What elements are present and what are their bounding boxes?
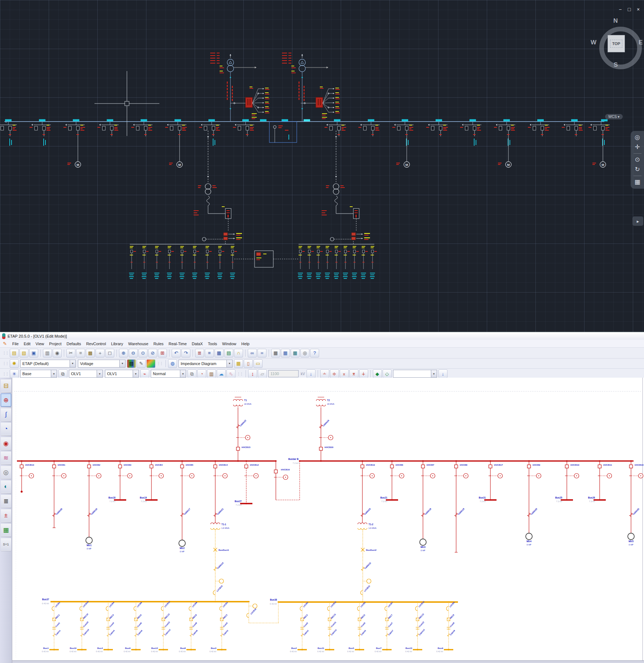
- nav-wheel-icon[interactable]: ◎: [635, 134, 640, 141]
- grid-icon[interactable]: ▦: [215, 349, 224, 357]
- viewcube-east[interactable]: E: [639, 39, 643, 46]
- list-icon[interactable]: ＝: [257, 349, 266, 357]
- transformer-tap-icon[interactable]: ↨: [248, 369, 257, 378]
- span2-icon[interactable]: ⌆: [349, 369, 358, 378]
- gauge-icon[interactable]: ◐: [1, 480, 11, 493]
- restore-icon[interactable]: □: [626, 6, 632, 12]
- protection-curve-icon[interactable]: ∫: [1, 408, 11, 421]
- cursor-icon[interactable]: ⬁: [226, 369, 235, 378]
- comment-icon[interactable]: ▭: [253, 359, 263, 368]
- zoom-icon[interactable]: ⊙: [635, 156, 640, 163]
- empty-combo[interactable]: ▼: [393, 370, 437, 378]
- viewcube-south[interactable]: S: [614, 61, 618, 69]
- project-combo[interactable]: ETAP (Default)▼: [20, 360, 76, 368]
- close-icon[interactable]: ×: [635, 6, 641, 12]
- menu-window[interactable]: Window: [220, 342, 239, 346]
- menu-rules[interactable]: Rules: [151, 342, 166, 346]
- zoom-out-icon[interactable]: ⊖: [129, 349, 138, 357]
- phasor-icon[interactable]: ◔: [1, 422, 11, 435]
- control-circuit-icon[interactable]: ≣: [1, 495, 11, 508]
- menu-view[interactable]: View: [33, 342, 47, 346]
- export-green-icon[interactable]: ◆: [373, 369, 382, 378]
- dc-elements-icon[interactable]: ±: [1, 509, 11, 522]
- arrow-down-icon[interactable]: ↓: [306, 369, 316, 378]
- output-report-icon[interactable]: ≣: [195, 349, 204, 357]
- datablock-icon[interactable]: ▦: [234, 359, 243, 368]
- oneline-canvas[interactable]: Busbar B7.2 kVT116 MVACable22HVCB15T216 …: [0, 378, 644, 660]
- revision-combo[interactable]: Base▼: [20, 370, 57, 378]
- report-icon[interactable]: ▯: [244, 359, 253, 368]
- zoom-previous-icon[interactable]: ⊘: [148, 349, 157, 357]
- ac-elements-icon[interactable]: ⊕: [1, 394, 11, 407]
- calculator1-icon[interactable]: ▦: [271, 349, 280, 357]
- schedule-icon[interactable]: ▤: [224, 349, 233, 357]
- menu-file[interactable]: File: [10, 342, 21, 346]
- presentation-icon[interactable]: ⧉: [58, 369, 67, 378]
- node-icon[interactable]: ∔: [359, 369, 368, 378]
- paste-icon[interactable]: ▩: [86, 349, 95, 357]
- palette-icon[interactable]: ▤: [127, 359, 136, 368]
- menu-tools[interactable]: Tools: [205, 342, 220, 346]
- menu-edit[interactable]: Edit: [21, 342, 33, 346]
- sync-side-icon[interactable]: ≑: [330, 369, 339, 378]
- print-preview-icon[interactable]: ◉: [53, 349, 62, 357]
- orbit-icon[interactable]: ↻: [635, 166, 640, 173]
- report-manager-icon[interactable]: ≡: [205, 349, 214, 357]
- menu-warehouse[interactable]: Warehouse: [126, 342, 151, 346]
- edit-tree-icon[interactable]: ⊟: [1, 379, 11, 392]
- open-icon[interactable]: ▧: [19, 349, 28, 357]
- viewcube-top-button[interactable]: TOP: [608, 35, 625, 52]
- pan-hand-icon[interactable]: ＋: [96, 349, 105, 357]
- cad-drawing[interactable]: MMMMM: [0, 0, 644, 332]
- copy-presentation-icon[interactable]: ⧉: [188, 369, 197, 378]
- viewcube-north[interactable]: N: [613, 17, 618, 25]
- edit-pencil-icon[interactable]: ✎: [137, 359, 146, 368]
- zoom-extents-icon[interactable]: ⊞: [158, 349, 167, 357]
- zoom-window-icon[interactable]: ⊙: [138, 349, 147, 357]
- project-star-icon[interactable]: ✺: [10, 359, 19, 368]
- cloud-icon[interactable]: ☁: [217, 369, 226, 378]
- menu-project[interactable]: Project: [47, 342, 64, 346]
- copy-icon[interactable]: ≡: [76, 349, 85, 357]
- new-icon[interactable]: ▤: [10, 349, 19, 357]
- control-panel-icon[interactable]: ◉: [1, 437, 11, 450]
- menu-help[interactable]: Help: [239, 342, 252, 346]
- pie-icon[interactable]: ◔: [197, 369, 206, 378]
- viewcube[interactable]: N S W E TOP: [591, 15, 644, 73]
- import-green-icon[interactable]: ◇: [383, 369, 392, 378]
- transfer-function-icon[interactable]: S+1: [1, 538, 11, 551]
- redo-icon[interactable]: ↷: [181, 349, 190, 357]
- menu-library[interactable]: Library: [109, 342, 126, 346]
- oneline-drawing[interactable]: Busbar B7.2 kVT116 MVACable22HVCB15T216 …: [0, 378, 644, 660]
- config-status-icon[interactable]: ⌁: [140, 369, 149, 378]
- select-icon[interactable]: ◻: [105, 349, 114, 357]
- wcs-button[interactable]: WCS ▾: [605, 114, 623, 119]
- viewcube-west[interactable]: W: [591, 39, 596, 46]
- link-icon[interactable]: ∞: [248, 349, 257, 357]
- lock-icon[interactable]: ∩: [234, 349, 243, 357]
- menu-defaults[interactable]: Defaults: [64, 342, 84, 346]
- sync-up-icon[interactable]: ∸: [320, 369, 329, 378]
- menu-revcontrol[interactable]: RevControl: [84, 342, 109, 346]
- theme-icon[interactable]: [146, 359, 155, 368]
- gis-map-icon[interactable]: ▦: [1, 523, 11, 536]
- span-icon[interactable]: ⌅: [340, 369, 349, 378]
- library-icon[interactable]: ▥: [207, 369, 216, 378]
- kv-input[interactable]: 1100: [268, 370, 299, 377]
- display-options-combo[interactable]: Voltage▼: [78, 360, 125, 368]
- cad-viewport[interactable]: MMMMM − □ × N S W E TOP WCS ▾ ◎ ✛ ⊙ ↻ ▦ …: [0, 0, 644, 332]
- save-icon[interactable]: ▣: [29, 349, 38, 357]
- cable-icon[interactable]: ◎: [1, 466, 11, 479]
- cut-icon[interactable]: ✂: [66, 349, 75, 357]
- configuration-combo[interactable]: Normal▼: [151, 370, 186, 378]
- showmotion-icon[interactable]: ▸: [632, 216, 643, 226]
- minimize-icon[interactable]: −: [617, 6, 623, 12]
- data-revision-icon[interactable]: ✳: [10, 369, 19, 378]
- menu-real-time[interactable]: Real-Time: [166, 342, 189, 346]
- eraser-icon[interactable]: ▱: [258, 369, 267, 378]
- help-icon[interactable]: ?: [310, 349, 319, 357]
- cad-nav-toolbar[interactable]: ◎ ✛ ⊙ ↻ ▦: [631, 131, 644, 189]
- arc-flash-icon[interactable]: ≋: [1, 451, 11, 464]
- diagram-type-combo[interactable]: Impedance Diagram▼: [178, 360, 233, 368]
- pan-icon[interactable]: ✛: [635, 144, 640, 151]
